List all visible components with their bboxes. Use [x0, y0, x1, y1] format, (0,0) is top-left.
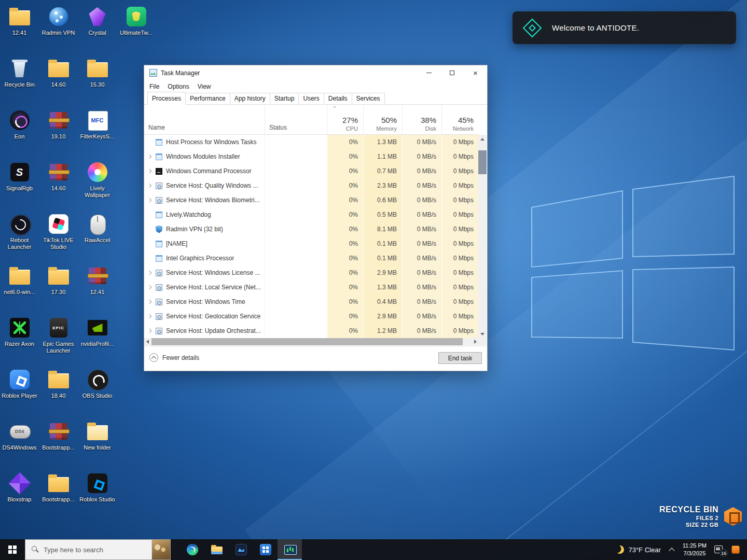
desktop-icon[interactable]: 14.60	[39, 55, 78, 107]
tab[interactable]: Users	[298, 93, 324, 105]
app-window-icon	[155, 240, 163, 248]
taskbar-app-button[interactable]	[278, 539, 302, 560]
desktop-icon[interactable]: SignalRgb	[0, 159, 39, 211]
process-row[interactable]: Service Host: Windows Biometri... 0% 0.6…	[144, 193, 479, 207]
taskbar-app-button[interactable]	[204, 539, 229, 560]
desktop-icon[interactable]: Crystal	[78, 3, 117, 55]
expand-chevron-icon[interactable]	[147, 285, 153, 290]
expand-chevron-icon[interactable]	[147, 169, 153, 174]
search-highlight-image[interactable]	[151, 540, 170, 559]
desktop-icon[interactable]: Bloxstrap	[0, 470, 39, 522]
search-box[interactable]: Type here to search	[25, 539, 171, 560]
tab[interactable]: Performance	[185, 93, 230, 105]
desktop-icon[interactable]: Bootstrapp...	[39, 470, 78, 522]
process-row[interactable]: Windows Modules Installer 0% 1.1 MB 0 MB…	[144, 149, 479, 164]
scroll-up-arrow[interactable]	[478, 135, 487, 143]
horizontal-scrollbar-thumb[interactable]	[151, 338, 463, 345]
desktop-icon[interactable]: FilterKeysS...	[78, 107, 117, 159]
hidden-icons-chevron[interactable]	[668, 546, 675, 553]
start-button[interactable]	[0, 539, 25, 560]
desktop-icon[interactable]: 12.41	[78, 262, 117, 314]
column-header-name[interactable]: Name	[144, 105, 265, 134]
desktop-icon[interactable]: Razer Axon	[0, 314, 39, 366]
process-row[interactable]: Service Host: Update Orchestrat... 0% 1.…	[144, 324, 479, 338]
desktop-icon[interactable]: 17.30	[39, 262, 78, 314]
scroll-left-arrow[interactable]	[144, 338, 151, 345]
clock[interactable]: 11:25 PM 7/3/2025	[683, 542, 707, 557]
notification-toast[interactable]: Welcome to ANTIDOTE.	[513, 11, 736, 44]
scroll-right-arrow[interactable]	[472, 338, 479, 345]
desktop-icon[interactable]: RawAccel	[78, 211, 117, 262]
minimize-button[interactable]	[417, 65, 440, 80]
process-row[interactable]: Service Host: Quality Windows ... 0% 2.3…	[144, 178, 479, 193]
process-row[interactable]: Service Host: Geolocation Service 0% 2.9…	[144, 309, 479, 324]
menu-item[interactable]: View	[193, 82, 215, 91]
desktop-icon[interactable]: Eon	[0, 107, 39, 159]
expand-chevron-icon[interactable]	[147, 299, 153, 304]
scroll-down-arrow[interactable]	[478, 330, 487, 338]
desktop-icon[interactable]: 12.41	[0, 3, 39, 55]
expand-chevron-icon[interactable]	[147, 198, 153, 203]
desktop-icon[interactable]: Roblox Studio	[78, 470, 117, 522]
desktop-icon[interactable]: New folder	[78, 418, 117, 470]
desktop-icon[interactable]: nvidiaProfil...	[78, 314, 117, 366]
process-row[interactable]: Host Process for Windows Tasks 0% 1.3 MB…	[144, 135, 479, 149]
desktop-icon[interactable]: Roblox Player	[0, 366, 39, 418]
column-header-disk[interactable]: 38% Disk	[402, 105, 441, 134]
process-row[interactable]: Service Host: Local Service (Net... 0% 1…	[144, 280, 479, 295]
desktop-icon[interactable]: 14.60	[39, 159, 78, 211]
column-header-memory[interactable]: 50% Memory	[363, 105, 402, 134]
process-name-cell: Service Host: Windows License ...	[144, 265, 265, 280]
expand-chevron-icon[interactable]	[147, 154, 153, 159]
desktop-icon[interactable]: 19.10	[39, 107, 78, 159]
fewer-details-toggle[interactable]: Fewer details	[149, 353, 199, 362]
desktop-icon[interactable]: TikTok LIVE Studio	[39, 211, 78, 262]
taskbar-app-button[interactable]	[229, 539, 253, 560]
expand-chevron-icon[interactable]	[147, 328, 153, 333]
tab[interactable]: App history	[230, 93, 270, 105]
column-header-cpu[interactable]: ^ 27% CPU	[327, 105, 363, 134]
process-row[interactable]: Lively.Watchdog 0% 0.5 MB 0 MB/s 0 Mbps	[144, 207, 479, 222]
expand-chevron-icon[interactable]	[147, 314, 153, 319]
desktop-icon[interactable]: net6.0-win...	[0, 262, 39, 314]
tab[interactable]: Startup	[270, 93, 299, 105]
process-row[interactable]: [NAME] 0% 0.1 MB 0 MB/s 0 Mbps	[144, 236, 479, 251]
desktop-icon[interactable]: UltimateTw...	[117, 3, 156, 55]
column-header-network[interactable]: 45% Network	[441, 105, 479, 134]
tray-notifications-icon[interactable]: 16	[714, 544, 724, 555]
desktop-icon[interactable]: Radmin VPN	[39, 3, 78, 55]
desktop-icon[interactable]: Epic Games Launcher	[39, 314, 78, 366]
desktop-icon[interactable]: 15.30	[78, 55, 117, 107]
title-bar[interactable]: Task Manager ×	[144, 65, 487, 80]
tab[interactable]: Details	[324, 93, 352, 105]
maximize-button[interactable]	[440, 65, 464, 80]
tab[interactable]: Processes	[147, 92, 186, 105]
process-row[interactable]: Intel Graphics Processor 0% 0.1 MB 0 MB/…	[144, 251, 479, 265]
weather-widget[interactable]: 73°F Clear	[616, 545, 660, 554]
desktop-icon[interactable]: OBS Studio	[78, 366, 117, 418]
process-row[interactable]: Radmin VPN (32 bit) 0% 8.1 MB 0 MB/s 0 M…	[144, 222, 479, 236]
menu-item[interactable]: File	[145, 82, 163, 91]
tab[interactable]: Services	[352, 93, 385, 105]
process-row[interactable]: Service Host: Windows License ... 0% 2.9…	[144, 265, 479, 280]
desktop-icon[interactable]: Reboot Launcher	[0, 211, 39, 262]
vertical-scrollbar-thumb[interactable]	[478, 150, 487, 174]
taskbar-app-button[interactable]	[180, 539, 204, 560]
process-row[interactable]: Service Host: Windows Time 0% 0.4 MB 0 M…	[144, 295, 479, 309]
vertical-scrollbar[interactable]	[478, 135, 487, 338]
process-row[interactable]: Windows Command Processor 0% 0.7 MB 0 MB…	[144, 164, 479, 178]
close-button[interactable]: ×	[464, 65, 487, 80]
desktop-icon[interactable]: Lively Wallpaper	[78, 159, 117, 211]
expand-chevron-icon[interactable]	[147, 183, 153, 188]
horizontal-scrollbar[interactable]	[144, 338, 479, 345]
column-header-status[interactable]: Status	[265, 105, 327, 134]
expand-chevron-icon[interactable]	[147, 270, 153, 275]
desktop-icon[interactable]: 18.40	[39, 366, 78, 418]
end-task-button[interactable]: End task	[438, 352, 482, 364]
desktop-icon[interactable]: DS4Windows	[0, 418, 39, 470]
desktop-icon[interactable]: Bootstrapp...	[39, 418, 78, 470]
tray-app-icon[interactable]	[731, 545, 740, 554]
taskbar-app-button[interactable]	[253, 539, 278, 560]
menu-item[interactable]: Options	[163, 82, 193, 91]
desktop-icon[interactable]: Recycle Bin	[0, 55, 39, 107]
